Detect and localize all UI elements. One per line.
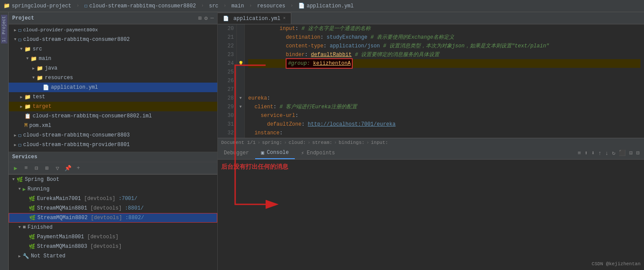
code-area[interactable]: 20 21 22 23 24 25 26 27 28 29 30 31 32 — [218, 24, 644, 138]
scroll-up2-icon[interactable]: ↑ — [597, 149, 603, 157]
file-label: application.yml — [307, 3, 354, 9]
add-icon[interactable]: + — [74, 164, 83, 173]
stop-icon[interactable]: ⬛ — [618, 149, 627, 157]
editor-content: 20 21 22 23 24 25 26 27 28 29 30 31 32 — [218, 24, 644, 147]
line-numbers: 20 21 22 23 24 25 26 27 28 29 30 31 32 — [218, 24, 237, 138]
group-icon[interactable]: ⊞ — [43, 164, 51, 173]
tree-item-springboot[interactable]: ▼ 🌿 Spring Boot — [9, 175, 217, 184]
filter-icon[interactable]: ▽ — [53, 164, 62, 173]
label-test: test — [33, 94, 217, 100]
tree-item-appyml[interactable]: 📄 application.yml — [9, 83, 217, 92]
status-document: Document 1/1 — [221, 140, 256, 145]
tree-item-provider[interactable]: ▶ ◻ cloud-provider·payment800x — [9, 25, 217, 35]
tree-item-consumer8803[interactable]: ▶ ◻ cloud-stream-rabbitmq-consumer8803 — [9, 130, 217, 140]
sep2: › — [201, 3, 204, 8]
scroll-up-icon[interactable]: ⬆ — [583, 149, 589, 157]
tree-item-notstarted[interactable]: ▶ 🔧 Not Started — [9, 251, 217, 261]
gutter-28: ▼ — [237, 94, 244, 103]
clear-icon[interactable]: ⊡ — [628, 149, 634, 157]
sep3: › — [224, 3, 226, 8]
expand-all-icon[interactable]: ≡ — [22, 164, 30, 173]
tab-endpoints[interactable]: ⚡ Endpoints — [295, 147, 341, 160]
wrap-icon[interactable]: ⊟ — [635, 149, 641, 157]
gutter-32 — [237, 129, 244, 137]
tab-appyml[interactable]: 📄 application.yml × — [218, 13, 291, 24]
scroll-down-icon[interactable]: ⬇ — [590, 149, 596, 157]
project-tab-label[interactable]: 1: Project — [1, 15, 7, 43]
status-bar: Document 1/1 › spring: › cloud: › stream… — [218, 138, 644, 147]
module-breadcrumb[interactable]: ◻ cloud-stream-rabbitmq-consumer8802 — [84, 3, 196, 9]
services-toolbar: ▶ ≡ ⊟ ⊞ ▽ 📌 + — [9, 162, 217, 174]
collapse-icon[interactable]: ⊟ — [32, 164, 41, 173]
collapse-icon-29[interactable]: ▼ — [239, 105, 242, 109]
status-breadcrumb: Document 1/1 › spring: › cloud: › stream… — [221, 140, 388, 145]
tree-item-running[interactable]: ▼ ▶ Running — [9, 184, 217, 194]
label-stream8803: StreamMQMain8803 [devtools] — [37, 243, 217, 250]
tab-console[interactable]: ▣ Console — [255, 147, 295, 160]
tree-item-eureka7001[interactable]: 🌿 EurekaMain7001 [devtools] :7001/ — [9, 194, 217, 203]
collapse-all-icon[interactable]: ⊞ — [199, 15, 202, 22]
label-main: main — [39, 56, 217, 62]
yaml-icon-tab: 📄 — [223, 16, 229, 21]
tree-item-payment8001[interactable]: 🌿 PaymentMain8001 [devtools] — [9, 232, 217, 242]
gutter-26 — [237, 77, 244, 85]
code-line-26 — [248, 77, 641, 85]
scroll-down2-icon[interactable]: ↓ — [604, 149, 610, 157]
tree-item-finished[interactable]: ▼ ■ Finished — [9, 223, 217, 232]
module-icon-consumer8802: ◻ — [18, 37, 21, 43]
sep-s5: › — [366, 140, 369, 145]
arrow-consumer8802: ▼ — [12, 37, 18, 42]
ln-20: 20 — [220, 24, 234, 33]
tree-item-java[interactable]: ▶ 📁 java — [9, 63, 217, 73]
resources-breadcrumb[interactable]: resources — [257, 3, 285, 9]
tree-item-src[interactable]: ▼ 📁 src — [9, 44, 217, 54]
tree-item-test[interactable]: ▶ 📁 test — [9, 92, 217, 102]
bottom-tabs: Debugger ▣ Console ⚡ Endpoints ≡ ⬆ ⬇ ↑ ↓… — [218, 147, 644, 160]
tree-item-target[interactable]: ▶ 📁 target — [9, 102, 217, 111]
code-line-30: service-url: — [248, 111, 641, 120]
hide-panel-icon[interactable]: — — [210, 15, 214, 21]
tree-item-main[interactable]: ▼ 📁 main — [9, 54, 217, 63]
src-label: src — [209, 3, 219, 9]
code-line-21: destination: studyExchange # 表示要使用的Excha… — [248, 33, 641, 42]
tab-debugger[interactable]: Debugger — [218, 147, 255, 160]
src-breadcrumb[interactable]: src — [209, 3, 219, 9]
arrow-notstarted: ▶ — [17, 254, 23, 259]
spring-icon-eureka: 🌿 — [29, 196, 35, 202]
code-line-23: binder: defaultRabbit # 设置要绑定的消息服务的具体设置 — [248, 50, 641, 59]
tab-close-icon[interactable]: × — [283, 16, 286, 21]
file-breadcrumb[interactable]: 📄 application.yml — [298, 3, 354, 9]
settings-bottom-icon[interactable]: ≡ — [577, 149, 582, 157]
label-running: Running — [27, 186, 217, 192]
project-breadcrumb[interactable]: 📁 springcloud-project — [3, 3, 71, 9]
tree-item-stream8802[interactable]: 🌿 StreamMQMain8802 [devtools] :8802/ — [9, 213, 217, 223]
resources-label: resources — [257, 3, 285, 9]
label-stream8801: StreamMQMain8801 [devtools] :8801/ — [37, 205, 217, 211]
services-tree: ▼ 🌿 Spring Boot ▼ ▶ Running 🌿 EurekaMain… — [9, 174, 217, 270]
main-breadcrumb[interactable]: main — [232, 3, 244, 9]
tree-item-iml[interactable]: 📋 cloud-stream-rabbitmq-consumer8802.iml — [9, 111, 217, 121]
tree-item-consumer8802[interactable]: ▼ ◻ cloud-stream-rabbitmq-consumer8802 — [9, 35, 217, 44]
tree-item-provider8801[interactable]: ▶ ◻ cloud-stream-rabbitmq-provider8801 — [9, 140, 217, 150]
label-finished: Finished — [27, 224, 217, 230]
project-panel-header: Project ⊞ ⚙ — — [9, 12, 217, 24]
top-bar: 📁 springcloud-project › ◻ cloud-stream-r… — [0, 0, 644, 12]
tree-item-stream8801[interactable]: 🌿 StreamMQMain8801 [devtools] :8801/ — [9, 203, 217, 213]
tree-item-pom8802[interactable]: M pom.xml — [9, 121, 217, 130]
status-bindings: bindings: — [339, 140, 364, 145]
main-label: main — [232, 3, 244, 9]
collapse-icon-28[interactable]: ▼ — [239, 96, 242, 100]
label-consumer8802: cloud-stream-rabbitmq-consumer8802 — [23, 37, 217, 43]
arrow-test: ▶ — [18, 95, 24, 100]
pin-icon[interactable]: 📌 — [64, 164, 72, 173]
gutter-22 — [237, 42, 244, 50]
arrow-springboot: ▼ — [10, 177, 17, 182]
tab-endpoints-label: Endpoints — [307, 150, 335, 156]
tree-item-resources[interactable]: ▼ 📁 resources — [9, 73, 217, 83]
tab-console-label: Console — [267, 150, 289, 156]
settings-icon[interactable]: ⚙ — [204, 15, 208, 22]
gutter-25 — [237, 68, 244, 77]
run-icon[interactable]: ▶ — [11, 164, 20, 173]
refresh-icon[interactable]: ↻ — [611, 149, 617, 157]
tree-item-stream8803[interactable]: 🌿 StreamMQMain8803 [devtools] — [9, 242, 217, 251]
